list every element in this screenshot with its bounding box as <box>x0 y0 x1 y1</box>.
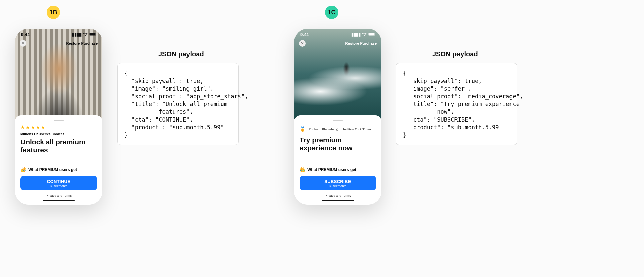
sheet-grabber[interactable] <box>54 120 64 121</box>
logo-nyt: The New York Times <box>341 127 371 131</box>
battery-icon <box>368 32 375 37</box>
sheet-grabber[interactable] <box>333 120 343 121</box>
hero-image-surfer: 9:41 ▮▮▮▮ ✕ Restore Purchase <box>294 29 381 119</box>
status-bar: 9:41 ▮▮▮▮ <box>15 32 102 37</box>
status-bar: 9:41 ▮▮▮▮ <box>294 32 381 37</box>
wifi-icon <box>362 32 367 37</box>
legal-links: Privacy and Terms <box>20 194 97 197</box>
home-indicator[interactable] <box>322 200 354 201</box>
legal-and: and <box>56 194 63 197</box>
wifi-icon <box>83 32 88 37</box>
close-icon[interactable]: ✕ <box>299 40 306 47</box>
paywall-sheet: ★★★★★ Millions Of Users's Choices Unlock… <box>15 115 102 205</box>
privacy-link[interactable]: Privacy <box>46 194 56 197</box>
media-logos: 🏅 Forbes Bloomberg The New York Times <box>300 126 376 132</box>
cta-price: $5,99/month <box>300 184 376 188</box>
payload-title-b: JSON payload <box>158 50 204 58</box>
paywall-sheet: 🏅 Forbes Bloomberg The New York Times Tr… <box>294 115 381 205</box>
cta-button[interactable]: SUBSCRIBE $5,99/month <box>300 176 376 190</box>
status-time: 9:41 <box>21 32 30 37</box>
home-indicator[interactable] <box>43 200 75 201</box>
privacy-link[interactable]: Privacy <box>325 194 335 197</box>
restore-purchase-link[interactable]: Restore Purchase <box>66 41 98 45</box>
logo-bloomberg: Bloomberg <box>322 127 337 131</box>
phone-mockup-1b: 9:41 ▮▮▮▮ ✕ Restore Purchase ★★★★★ Milli… <box>15 29 102 205</box>
battery-icon <box>89 32 96 37</box>
legal-links: Privacy and Terms <box>300 194 376 197</box>
benefit-label: What PREMIUM users get <box>28 167 77 172</box>
logo-forbes: Forbes <box>309 127 318 131</box>
json-payload-b: { "skip_paywall": true, "image": "smilin… <box>117 63 239 145</box>
svg-rect-1 <box>90 33 95 36</box>
crown-icon: 👑 <box>300 167 305 172</box>
restore-purchase-link[interactable]: Restore Purchase <box>345 41 377 45</box>
benefit-row: 👑 What PREMIUM users get <box>20 167 97 172</box>
benefit-label: What PREMIUM users get <box>307 167 356 172</box>
terms-link[interactable]: Terms <box>342 194 351 197</box>
benefit-row: 👑 What PREMIUM users get <box>300 167 376 172</box>
cta-label: CONTINUE <box>20 179 97 184</box>
close-icon[interactable]: ✕ <box>20 40 26 47</box>
status-time: 9:41 <box>300 32 309 37</box>
laurel-icon: 🏅 <box>300 126 305 132</box>
phone-mockup-1c: 9:41 ▮▮▮▮ ✕ Restore Purchase 🏅 Forbes Bl… <box>294 29 381 205</box>
variant-badge-1b: 1B <box>47 6 60 19</box>
paywall-title: Try premium experience now <box>300 136 376 152</box>
social-proof-caption: Millions Of Users's Choices <box>20 132 97 136</box>
svg-rect-4 <box>369 33 374 36</box>
crown-icon: 👑 <box>20 167 26 172</box>
cta-label: SUBSCRIBE <box>300 179 376 184</box>
json-payload-c: { "skip_paywall": true, "image": "serfer… <box>396 63 517 145</box>
signal-icon: ▮▮▮▮ <box>351 32 361 37</box>
variant-badge-1c: 1C <box>325 6 338 19</box>
legal-and: and <box>335 194 342 197</box>
paywall-title: Unlock all premium features <box>20 138 97 154</box>
hero-image-girl: 9:41 ▮▮▮▮ ✕ Restore Purchase <box>15 29 102 119</box>
cta-button[interactable]: CONTINUE $5,99/month <box>20 176 97 190</box>
svg-rect-5 <box>375 34 375 35</box>
svg-rect-2 <box>96 34 96 35</box>
terms-link[interactable]: Terms <box>63 194 72 197</box>
payload-title-c: JSON payload <box>432 50 478 58</box>
star-rating: ★★★★★ <box>20 124 97 130</box>
signal-icon: ▮▮▮▮ <box>72 32 82 37</box>
cta-price: $5,99/month <box>20 184 97 188</box>
